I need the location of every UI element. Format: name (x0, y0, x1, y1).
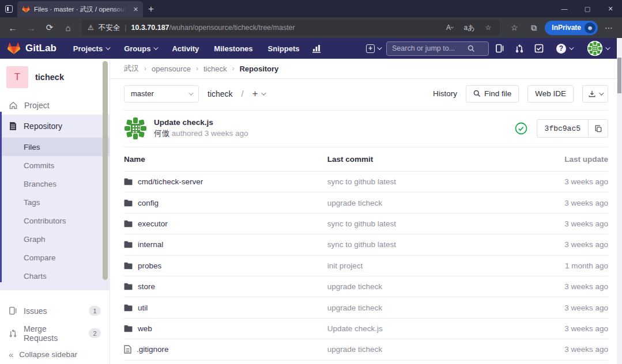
file-name-link[interactable]: web (138, 324, 152, 333)
new-dropdown-button[interactable]: + (363, 44, 384, 53)
last-update-text: 3 weeks ago (564, 304, 608, 312)
todos-nav-icon[interactable] (530, 40, 548, 57)
breadcrumb-separator: › (232, 65, 234, 73)
sidebar-item-label: Repository (24, 122, 62, 131)
browser-menu-icon[interactable]: ⋯ (600, 20, 617, 36)
web-ide-button[interactable]: Web IDE (527, 85, 574, 103)
new-tab-button[interactable]: + (143, 1, 159, 17)
window-maximize-button[interactable]: ▢ (576, 0, 599, 17)
download-source-button[interactable] (582, 85, 608, 103)
last-commit-link[interactable]: upgrade ticheck (327, 282, 382, 291)
sidebar-item-project[interactable]: Project (0, 96, 110, 115)
breadcrumb-link[interactable]: opensource (152, 65, 191, 73)
sidebar-item-branches[interactable]: Branches (0, 175, 110, 193)
files-table-header: Name Last commit Last update (124, 147, 608, 172)
inprivate-badge[interactable]: InPrivate ☻ (545, 21, 598, 35)
translate-icon[interactable]: aあ (461, 23, 478, 33)
nav-activity-label: Activity (172, 44, 199, 53)
browser-toolbar: ← → ⟳ ⌂ ⚠ 不安全 | 10.3.70.187/wuhan/openso… (0, 17, 622, 38)
plus-icon: + (366, 44, 375, 53)
nav-projects[interactable]: Projects (67, 38, 115, 59)
find-file-button[interactable]: Find file (466, 85, 519, 103)
tab-actions-button[interactable] (0, 0, 17, 17)
chevron-down-icon (569, 45, 574, 50)
last-commit-link[interactable]: sync to github latest (327, 240, 396, 249)
file-name-link[interactable]: config (138, 199, 159, 207)
commit-author[interactable]: 何傲 (154, 129, 169, 138)
nav-snippets[interactable]: Snippets (262, 38, 306, 59)
breadcrumb-link[interactable]: ticheck (203, 65, 227, 73)
window-minimize-button[interactable]: — (553, 0, 576, 17)
sidebar-item-issues[interactable]: Issues 1 (0, 299, 110, 322)
commit-title-link[interactable]: Update check.js (154, 118, 248, 127)
nav-groups[interactable]: Groups (118, 38, 163, 59)
sidebar-item-files[interactable]: Files (0, 138, 110, 156)
back-button[interactable]: ← (5, 20, 21, 36)
search-input[interactable] (392, 44, 464, 52)
collapse-sidebar-button[interactable]: « Collapse sidebar (0, 344, 110, 364)
sidebar-item-charts[interactable]: Charts (0, 267, 110, 285)
history-button[interactable]: History (433, 89, 457, 98)
reload-button[interactable]: ⟳ (42, 20, 58, 36)
commit-sha[interactable]: 3fbc9ac5 (537, 120, 588, 137)
breadcrumb-link[interactable]: 武汉 (124, 63, 139, 74)
download-icon (588, 90, 596, 98)
last-commit-link[interactable]: upgrade ticheck (327, 345, 382, 354)
security-label[interactable]: 不安全 (99, 23, 120, 33)
last-commit-link[interactable]: sync to github latest (327, 219, 396, 228)
add-file-dropdown[interactable]: + (252, 88, 265, 100)
page-scrollbar-thumb[interactable] (617, 58, 621, 93)
sidebar-item-contributors[interactable]: Contributors (0, 211, 110, 230)
help-menu[interactable]: ? (550, 38, 579, 59)
repo-root-link[interactable]: ticheck (208, 89, 233, 98)
nav-activity[interactable]: Activity (165, 38, 205, 59)
sidebar-item-merge-requests[interactable]: Merge Requests 2 (0, 322, 110, 344)
window-close-button[interactable]: ✕ (599, 0, 622, 17)
last-commit-link[interactable]: Update check.js (327, 324, 383, 333)
ci-status-passed-icon[interactable] (515, 122, 527, 135)
file-name-link[interactable]: probes (138, 261, 161, 270)
user-menu[interactable] (581, 38, 615, 59)
collections-icon[interactable]: ⧉ (525, 20, 542, 36)
copy-sha-button[interactable] (588, 120, 608, 137)
last-update-text: 3 weeks ago (564, 199, 608, 207)
file-name-link[interactable]: executor (138, 219, 168, 228)
sidebar-item-repository[interactable]: Repository (0, 115, 110, 138)
branch-selector[interactable]: master (124, 85, 199, 103)
last-commit-link[interactable]: init project (327, 261, 363, 270)
sidebar-item-commits[interactable]: Commits (0, 156, 110, 175)
forward-button[interactable]: → (23, 20, 39, 36)
last-commit-link[interactable]: upgrade ticheck (327, 199, 382, 207)
home-button[interactable]: ⌂ (60, 20, 76, 36)
main-content: 武汉 › opensource › ticheck › Repository m… (110, 59, 622, 364)
search-box[interactable] (386, 41, 489, 56)
file-name-link[interactable]: internal (138, 240, 163, 249)
page-url[interactable]: 10.3.70.187/wuhan/opensource/ticheck/tre… (131, 24, 295, 32)
project-header[interactable]: T ticheck (0, 59, 110, 96)
nav-milestones[interactable]: Milestones (208, 38, 259, 59)
favorites-icon[interactable]: ☆ (506, 20, 523, 36)
file-name-link[interactable]: .gitignore (137, 345, 169, 354)
charts-nav-icon[interactable] (308, 40, 325, 57)
url-path: /wuhan/opensource/ticheck/tree/master (169, 24, 295, 32)
file-name-link[interactable]: cmd/ticheck-server (138, 177, 203, 186)
last-commit-link[interactable]: sync to github latest (327, 177, 396, 186)
add-favorite-icon[interactable]: ☆ (482, 24, 495, 32)
find-file-label: Find file (484, 89, 511, 98)
address-bar[interactable]: ⚠ 不安全 | 10.3.70.187/wuhan/opensource/tic… (82, 20, 500, 36)
browser-tab[interactable]: Files · master · 武汉 / opensourc ✕ (17, 1, 143, 17)
sidebar-scrollbar[interactable] (103, 61, 108, 280)
tab-close-icon[interactable]: ✕ (133, 6, 138, 13)
issues-nav-icon[interactable] (491, 40, 508, 57)
merge-requests-count-badge: 2 (89, 328, 101, 338)
read-aloud-icon[interactable]: A​ᵕ (443, 24, 457, 32)
gitlab-brand[interactable]: GitLab (7, 41, 56, 55)
page-scrollbar[interactable] (617, 38, 622, 364)
file-name-link[interactable]: util (138, 304, 148, 312)
sidebar-item-compare[interactable]: Compare (0, 248, 110, 267)
merge-requests-nav-icon[interactable] (511, 40, 528, 57)
sidebar-item-graph[interactable]: Graph (0, 230, 110, 248)
sidebar-item-tags[interactable]: Tags (0, 193, 110, 211)
last-commit-link[interactable]: upgrade ticheck (327, 304, 382, 312)
file-name-link[interactable]: store (138, 282, 155, 291)
